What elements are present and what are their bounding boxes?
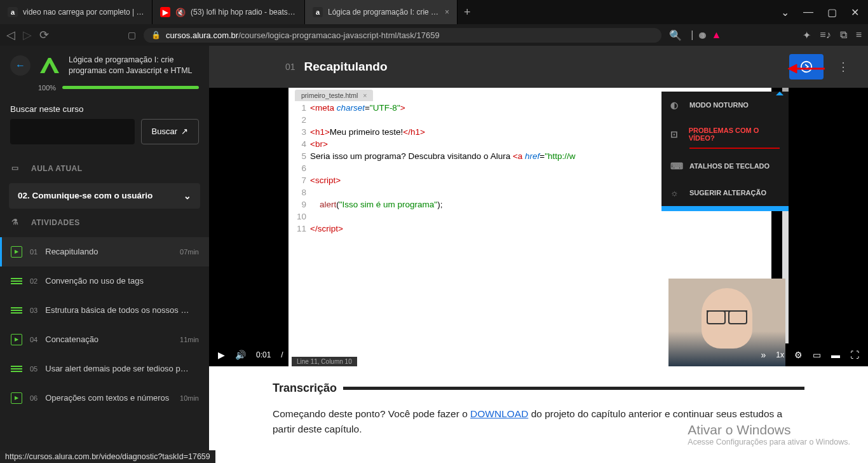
speed-button[interactable]: 1x [776,350,784,359]
flask-icon: ⚗ [11,218,22,228]
list-icon [11,305,22,316]
more-options-button[interactable]: ⋮ [832,55,854,79]
search-label: Buscar neste curso [10,104,199,114]
volume-button[interactable]: 🔊 [235,350,246,360]
activity-duration: 07min [180,248,199,256]
course-sidebar: ← Lógica de programação I: crie programa… [0,46,209,463]
progress-bar [62,86,199,89]
browser-tab-active[interactable]: a Lógica de programação I: crie pro × [305,0,458,24]
url-domain: cursos.alura.com.br [166,31,238,40]
editor-status: Line 11, Column 10 [292,357,357,366]
progress-percent: 100% [38,84,56,92]
mute-icon[interactable]: 🔇 [175,8,186,17]
activity-duration: 11min [180,336,199,343]
main-content: 01 Recapitulando ⋮ primeiro_teste.html× … [209,46,868,463]
activity-number: 04 [30,336,37,343]
list-icon [11,363,22,375]
close-tab-icon[interactable]: × [445,8,449,17]
extensions-icon[interactable]: ✦ [803,29,811,41]
status-bar-url: https://cursos.alura.com.br/video/diagno… [0,450,215,463]
dropdown-item-label: SUGERIR ALTERAÇÃO [689,189,766,197]
lock-icon: 🔒 [151,31,161,39]
activity-number: 02 [30,277,37,285]
dropdown-item-label: ATALHOS DE TECLADO [689,162,770,170]
dropdown-item-icon: ⊡ [670,129,681,139]
lesson-select[interactable]: 02. Comunique-se com o usuário ⌄ [9,183,200,209]
tab-title: (53) lofi hip hop radio - beats to re [191,8,297,17]
favicon-alura-icon: a [8,7,18,17]
course-logo-icon [37,55,62,76]
browser-tab[interactable]: ▶ 🔇 (53) lofi hip hop radio - beats to r… [153,0,305,24]
activity-number: 05 [30,365,37,373]
back-button[interactable]: ◁ [6,28,15,42]
search-icon[interactable]: 🔍 [669,29,682,41]
media-icon[interactable]: ≡♪ [820,29,831,41]
activity-name: Concatenação [45,335,172,344]
video-icon: ▶ [11,392,22,404]
reload-button[interactable]: ⟳ [39,28,49,42]
dropdown-item[interactable]: ◐MODO NOTURNO [661,92,789,118]
activity-duration: 10min [180,394,199,402]
activity-name: Recapitulando [45,247,172,256]
external-link-icon: ↗ [181,127,188,136]
close-window-icon[interactable]: ✕ [851,6,859,18]
bookmark-icon[interactable]: ▢ [128,30,136,40]
activity-name: Operações com textos e números [45,393,172,403]
lesson-title: Recapitulando [304,60,789,74]
browser-tabs: a video nao carrega por completo | Lóg ▶… [0,0,772,24]
dropdown-item[interactable]: ☼SUGERIR ALTERAÇÃO [661,179,789,206]
course-title: Lógica de programação I: crie programas … [69,55,199,76]
tab-title: Lógica de programação I: crie pro [328,8,440,17]
minimize-icon[interactable]: — [803,6,813,18]
book-icon: ▭ [11,163,22,174]
activity-name: Estrutura básica de todos os nossos pr..… [45,305,191,315]
transcript-heading: Transcrição [273,382,804,395]
activity-number: 06 [30,394,37,402]
download-link[interactable]: DOWNLOAD [470,408,528,419]
transcript-section: Transcrição Começando deste ponto? Você … [209,366,868,463]
new-tab-button[interactable]: + [458,0,477,24]
activity-item[interactable]: 02Convenção no uso de tags [0,266,209,296]
maximize-icon[interactable]: ▢ [827,6,837,18]
wide-icon[interactable]: ▬ [831,350,840,360]
dropdown-item[interactable]: ⊡PROBLEMAS COM O VÍDEO? [661,118,789,150]
activity-name: Usar alert demais pode ser tedioso par..… [45,364,191,373]
pip-icon[interactable]: ⧉ [840,29,847,41]
activity-item[interactable]: 03Estrutura básica de todos os nossos pr… [0,296,209,325]
menu-icon[interactable]: ≡ [856,29,862,41]
window-titlebar: a video nao carrega por completo | Lóg ▶… [0,0,868,24]
skip-button[interactable]: » [761,350,766,360]
dropdown-item-icon: ◐ [670,100,682,110]
options-dropdown: ◐MODO NOTURNO⊡PROBLEMAS COM O VÍDEO?⌨ATA… [661,92,789,211]
search-button[interactable]: Buscar ↗ [141,119,199,144]
theater-icon[interactable]: ▭ [813,350,821,360]
url-input[interactable]: 🔒 cursos.alura.com.br/course/logica-prog… [144,28,661,43]
chevron-down-icon[interactable]: ⌄ [781,6,789,18]
dropdown-item-label: MODO NOTURNO [689,101,749,109]
dropdown-item[interactable]: ⌨ATALHOS DE TECLADO [661,153,789,179]
search-input[interactable] [10,119,135,144]
activity-item[interactable]: ▶04Concatenação11min [0,325,209,354]
window-controls: ⌄ — ▢ ✕ [772,0,868,24]
activity-item[interactable]: ▶06Operações com textos e números10min [0,384,209,413]
address-bar: ◁ ▷ ⟳ ▢ 🔒 cursos.alura.com.br/course/log… [0,24,868,46]
forward-button[interactable]: ▷ [23,28,32,42]
favicon-youtube-icon: ▶ [160,7,170,17]
lesson-topbar: 01 Recapitulando ⋮ [209,46,868,88]
list-icon [11,275,22,287]
warning-icon[interactable]: ▲ [711,29,721,41]
shield-count: 3 [699,32,706,39]
activity-number: 01 [30,248,37,256]
collapse-sidebar-button[interactable]: ← [10,55,31,76]
video-icon: ▶ [11,334,22,345]
activity-item[interactable]: 05Usar alert demais pode ser tedioso par… [0,354,209,384]
video-player[interactable]: primeiro_teste.html× 1234567891011 <meta… [209,88,868,366]
activity-name: Convenção no uso de tags [45,276,191,286]
fullscreen-icon[interactable]: ⛶ [850,350,859,360]
activity-item[interactable]: ▶01Recapitulando07min [0,237,209,266]
settings-icon[interactable]: ⚙ [794,350,803,360]
browser-tab[interactable]: a video nao carrega por completo | Lóg [0,0,153,24]
play-button[interactable]: ▶ [218,350,225,360]
activities-list: ▶01Recapitulando07min02Convenção no uso … [0,237,209,463]
dropdown-item-icon: ⌨ [670,161,682,171]
